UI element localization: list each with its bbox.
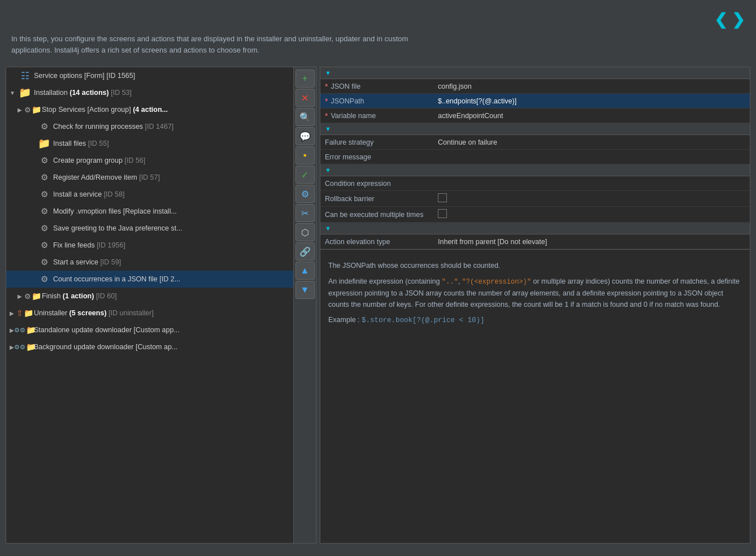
tree-item-background-update[interactable]: ▶⚙⚙📁Background update downloader [Custom… xyxy=(6,338,293,355)
action-btn-chat[interactable]: 💬 xyxy=(296,127,315,145)
tree-item-start-service[interactable]: ⚙Start a service [ID 59] xyxy=(6,254,293,271)
action-buttons-panel: +✕🔍💬▪✓⚙✂⬡🔗▲▼ xyxy=(294,67,316,544)
config-row-elevation[interactable]: Action elevation type Inherit from paren… xyxy=(320,234,750,249)
action-btn-add[interactable]: + xyxy=(296,70,315,88)
action-btn-search[interactable]: 🔍 xyxy=(296,108,315,126)
tree-label-register-add: Register Add/Remove item [ID 57] xyxy=(53,173,160,181)
config-row-jsonpath[interactable]: * JSONPath $..endpoints[?(@.active)] xyxy=(320,94,750,108)
value-elevation: Inherit from parent [Do not elevate] xyxy=(433,236,750,248)
tree-icon-count-occurrences: ⚙ xyxy=(38,273,50,285)
tree-icon-uninstaller: ⇧📁 xyxy=(19,307,31,319)
tree-icon-background-update: ⚙⚙📁 xyxy=(19,341,31,353)
value-json-file: config.json xyxy=(433,80,750,93)
tree-arrow-installation: ▼ xyxy=(10,90,18,96)
tree-label-check-running: Check for running processes [ID 1467] xyxy=(53,123,173,131)
tree-icon-standalone-update: ⚙⚙📁 xyxy=(19,324,31,336)
tree-item-fix-line-feeds[interactable]: ⚙Fix line feeds [ID 1956] xyxy=(6,237,293,254)
tree-icon-modify-vmoption: ⚙ xyxy=(38,205,50,218)
action-btn-cut[interactable]: ✂ xyxy=(296,204,315,222)
tree-item-uninstaller[interactable]: ▶⇧📁Uninstaller (5 screens) [ID uninstall… xyxy=(6,305,293,322)
tree-label-modify-vmoption: Modify .vmoption files [Replace install.… xyxy=(53,207,177,215)
error-section-arrow: ▼ xyxy=(325,125,331,132)
nav-next-arrow[interactable]: ❯ xyxy=(732,10,745,29)
action-btn-down[interactable]: ▼ xyxy=(296,281,315,299)
tree-item-register-add[interactable]: ⚙Register Add/Remove item [ID 57] xyxy=(6,169,293,186)
description-panel: The JSONPath whose occurrences should be… xyxy=(320,250,750,544)
nav-prev-arrow[interactable]: ❮ xyxy=(714,10,727,29)
tree-label-install-files: Install files [ID 55] xyxy=(53,140,109,147)
config-panel: ▼ * JSON file config.json * JSONPath $..… xyxy=(320,67,750,250)
tree-item-service-options[interactable]: ☷Service options [Form] [ID 1565] xyxy=(6,67,293,84)
tree-icon-start-service: ⚙ xyxy=(38,256,50,268)
value-failure-strategy: Continue on failure xyxy=(433,136,750,149)
tree-item-installation[interactable]: ▼📁Installation (14 actions) [ID 53] xyxy=(6,84,293,101)
tree-icon-fix-line-feeds: ⚙ xyxy=(38,239,50,251)
required-star-2: * xyxy=(325,97,328,106)
action-btn-note[interactable]: ▪ xyxy=(296,146,315,164)
tree-label-stop-services: Stop Services [Action group] (4 action..… xyxy=(42,106,168,114)
action-btn-remove[interactable]: ✕ xyxy=(296,89,315,107)
control-section-arrow: ▼ xyxy=(325,167,331,173)
example-label: Example : xyxy=(328,316,362,324)
config-row-error-message[interactable]: Error message xyxy=(320,150,750,164)
action-btn-check[interactable]: ✓ xyxy=(296,166,315,184)
tree-label-create-program: Create program group [ID 56] xyxy=(53,157,145,164)
tree-panel: ☷Service options [Form] [ID 1565]▼📁Insta… xyxy=(6,67,294,544)
action-btn-copy[interactable]: ⬡ xyxy=(296,223,315,241)
tree-item-stop-services[interactable]: ▶⚙📁Stop Services [Action group] (4 actio… xyxy=(6,101,293,118)
tree-label-fix-line-feeds: Fix line feeds [ID 1956] xyxy=(53,241,125,249)
label-failure-strategy: Failure strategy xyxy=(325,138,373,146)
tree-label-uninstaller: Uninstaller (5 screens) [ID uninstaller] xyxy=(34,309,154,317)
tree-icon-create-program: ⚙ xyxy=(38,154,50,167)
tree-icon-finish: ⚙📁 xyxy=(27,290,39,302)
tree-item-modify-vmoption[interactable]: ⚙Modify .vmoption files [Replace install… xyxy=(6,203,293,220)
tree-item-create-program[interactable]: ⚙Create program group [ID 56] xyxy=(6,152,293,169)
config-row-condition[interactable]: Condition expression xyxy=(320,176,750,191)
label-json-file: JSON file xyxy=(331,82,360,90)
label-error-message: Error message xyxy=(325,153,371,161)
config-section-arrow: ▼ xyxy=(325,70,331,76)
label-rollback: Rollback barrier xyxy=(325,195,375,203)
label-can-execute: Can be executed multiple times xyxy=(325,211,423,219)
tree-label-standalone-update: Standalone update downloader [Custom app… xyxy=(34,326,180,334)
tree-item-count-occurrences[interactable]: ⚙Count occurrences in a JSON file [ID 2.… xyxy=(6,271,293,288)
tree-item-install-files[interactable]: 📁Install files [ID 55] xyxy=(6,135,293,152)
action-btn-up[interactable]: ▲ xyxy=(296,262,315,280)
tree-item-finish[interactable]: ▶⚙📁Finish (1 action) [ID 60] xyxy=(6,288,293,305)
section-configuration: ▼ xyxy=(320,67,750,79)
tree-icon-stop-services: ⚙📁 xyxy=(27,103,39,116)
label-elevation: Action elevation type xyxy=(325,238,390,246)
desc-code-2: "?(<expression>)" xyxy=(462,278,531,286)
tree-label-installation: Installation (14 actions) [ID 53] xyxy=(34,89,132,97)
tree-item-install-service[interactable]: ⚙Install a service [ID 58] xyxy=(6,186,293,203)
tree-label-install-service: Install a service [ID 58] xyxy=(53,190,124,198)
value-condition xyxy=(433,181,750,186)
section-control-flow: ▼ xyxy=(320,164,750,176)
action-btn-link[interactable]: 🔗 xyxy=(296,242,315,260)
can-execute-checkbox[interactable] xyxy=(438,209,447,218)
tree-item-standalone-update[interactable]: ▶⚙⚙📁Standalone update downloader [Custom… xyxy=(6,322,293,338)
tree-item-save-greeting[interactable]: ⚙Save greeting to the Java preference st… xyxy=(6,220,293,237)
label-jsonpath: JSONPath xyxy=(331,97,364,105)
action-btn-gear2[interactable]: ⚙ xyxy=(296,185,315,203)
rollback-checkbox[interactable] xyxy=(438,193,447,202)
tree-icon-register-add: ⚙ xyxy=(38,171,50,184)
config-row-failure-strategy[interactable]: Failure strategy Continue on failure xyxy=(320,135,750,150)
tree-icon-installation: 📁 xyxy=(19,86,31,99)
config-row-rollback[interactable]: Rollback barrier xyxy=(320,191,750,207)
tree-label-save-greeting: Save greeting to the Java preference st.… xyxy=(53,224,183,232)
value-jsonpath: $..endpoints[?(@.active)] xyxy=(433,95,750,107)
value-can-execute xyxy=(433,207,750,222)
required-star: * xyxy=(325,82,328,91)
tree-item-check-running[interactable]: ⚙Check for running processes [ID 1467] xyxy=(6,118,293,135)
tree-label-count-occurrences: Count occurrences in a JSON file [ID 2..… xyxy=(53,275,180,283)
config-row-variable-name[interactable]: * Variable name activeEndpointCount xyxy=(320,108,750,123)
value-variable-name: activeEndpointCount xyxy=(433,110,750,122)
label-variable-name: Variable name xyxy=(331,112,376,120)
tree-icon-install-service: ⚙ xyxy=(38,188,50,201)
config-row-can-execute[interactable]: Can be executed multiple times xyxy=(320,207,750,223)
tree-icon-check-running: ⚙ xyxy=(38,120,50,133)
tree-icon-save-greeting: ⚙ xyxy=(38,222,50,234)
value-rollback xyxy=(433,191,750,206)
config-row-json-file[interactable]: * JSON file config.json xyxy=(320,79,750,94)
